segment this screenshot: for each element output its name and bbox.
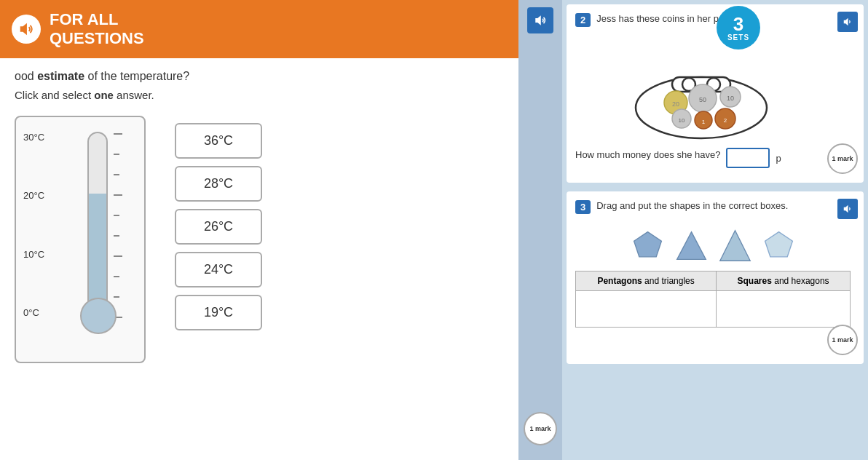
thermometer-box: 30°C 20°C 10°C 0°C bbox=[15, 116, 146, 363]
speaker-icon-q2 bbox=[843, 17, 853, 27]
q3-number: 3 bbox=[575, 200, 591, 214]
tick bbox=[114, 235, 119, 237]
svg-text:50: 50 bbox=[699, 96, 706, 103]
answer-btn-28[interactable]: 28°C bbox=[175, 166, 262, 202]
q3-mark-label: 1 mark bbox=[832, 336, 853, 344]
tick bbox=[114, 133, 122, 135]
thermo-label-30: 30°C bbox=[23, 132, 44, 143]
q2-question: How much money does she have? bbox=[575, 149, 720, 160]
mark-circle-q1: 1 mark bbox=[524, 412, 557, 445]
thermo-label-10: 10°C bbox=[23, 249, 44, 260]
speaker-icon-q3 bbox=[843, 204, 853, 214]
for-all-label: FOR ALL bbox=[50, 10, 144, 29]
q3-label: Drag and put the shapes in the correct b… bbox=[596, 200, 788, 211]
instruction-bold: one bbox=[94, 89, 114, 101]
svg-marker-2 bbox=[844, 18, 848, 26]
thermo-ticks bbox=[114, 133, 122, 318]
tick bbox=[114, 194, 122, 196]
q3-mark-container: 1 mark bbox=[827, 325, 858, 355]
svg-text:10: 10 bbox=[727, 95, 734, 102]
svg-text:20: 20 bbox=[672, 100, 679, 108]
question-partial: ood bbox=[15, 70, 37, 82]
q3-speaker-btn[interactable] bbox=[837, 199, 858, 219]
right-strip: 1 mark bbox=[518, 0, 562, 460]
shape-triangle[interactable] bbox=[673, 227, 709, 263]
speaker-icon bbox=[18, 21, 34, 37]
q3-mark-circle: 1 mark bbox=[827, 325, 858, 355]
svg-marker-1 bbox=[535, 15, 541, 25]
instruction-text: Click and select one answer. bbox=[15, 89, 548, 101]
q2-speaker-btn[interactable] bbox=[837, 12, 858, 32]
money-input[interactable] bbox=[726, 148, 770, 168]
thermo-fill bbox=[89, 194, 106, 305]
svg-text:10: 10 bbox=[679, 117, 685, 124]
thermo-tube bbox=[87, 132, 108, 306]
svg-marker-21 bbox=[676, 231, 706, 259]
tick bbox=[114, 276, 119, 277]
svg-text:1: 1 bbox=[702, 119, 706, 125]
q2-mark-container: 1 mark bbox=[827, 143, 858, 174]
thermo-labels: 30°C 20°C 10°C 0°C bbox=[23, 132, 44, 318]
sets-number: 3 bbox=[733, 15, 743, 33]
question2-block: 2 Jess has these coins in her purse. bbox=[567, 4, 864, 183]
q3-header: 3 Drag and put the shapes in the correct… bbox=[575, 200, 851, 220]
drop-table: Pentagons and triangles Squares and hexa… bbox=[575, 271, 851, 328]
drop-zone-1[interactable] bbox=[576, 291, 717, 328]
header-text: FOR ALL QUESTIONS bbox=[50, 10, 144, 49]
speaker-icon-blue bbox=[534, 14, 547, 27]
answer-btn-19[interactable]: 19°C bbox=[175, 295, 262, 330]
header-bar: FOR ALL QUESTIONS bbox=[0, 0, 562, 58]
q2-number: 2 bbox=[575, 13, 591, 27]
tick bbox=[114, 296, 119, 298]
svg-marker-0 bbox=[20, 23, 27, 36]
purse-illustration: 20 50 10 10 1 2 bbox=[621, 39, 781, 140]
answer-options: 36°C 28°C 26°C 24°C 19°C bbox=[175, 123, 262, 330]
thermo-label-20: 20°C bbox=[23, 190, 44, 201]
drop-zone-2[interactable] bbox=[717, 291, 851, 328]
sets-label: SETS bbox=[727, 33, 749, 41]
mark-label-q1: 1 mark bbox=[529, 425, 551, 432]
shape-triangle2[interactable] bbox=[717, 227, 753, 263]
question-bold: estimate bbox=[37, 70, 84, 82]
thermometer-container: 30°C 20°C 10°C 0°C bbox=[15, 116, 146, 363]
answer-btn-26[interactable]: 26°C bbox=[175, 209, 262, 245]
thermo-bulb bbox=[80, 298, 117, 334]
pentagon-shape2 bbox=[762, 229, 795, 262]
svg-marker-23 bbox=[765, 231, 792, 256]
triangle-shape2 bbox=[719, 229, 751, 262]
question1-area: ood estimate of the temperature? Click a… bbox=[0, 58, 562, 460]
shape-pentagon1[interactable] bbox=[629, 227, 666, 263]
svg-marker-22 bbox=[719, 230, 749, 260]
pentagon-shape bbox=[631, 229, 664, 262]
questions-label: QUESTIONS bbox=[50, 29, 144, 48]
purse-area: 20 50 10 10 1 2 bbox=[575, 39, 827, 140]
money-unit: p bbox=[776, 153, 781, 164]
svg-marker-20 bbox=[634, 231, 661, 256]
col-squares-hexagons: Squares and hexagons bbox=[717, 271, 851, 291]
q2-header: 2 Jess has these coins in her purse. bbox=[575, 13, 827, 33]
answer-btn-24[interactable]: 24°C bbox=[175, 252, 262, 288]
answer-btn-36[interactable]: 36°C bbox=[175, 123, 262, 159]
q2-mark-circle: 1 mark bbox=[827, 143, 858, 174]
tick bbox=[114, 174, 119, 175]
main-content: 30°C 20°C 10°C 0°C bbox=[15, 116, 548, 448]
col-pentagons-triangles: Pentagons and triangles bbox=[576, 271, 717, 291]
question-rest: of the temperature? bbox=[84, 70, 189, 82]
money-row: How much money does she have? p bbox=[575, 148, 827, 168]
tick bbox=[114, 255, 122, 257]
speaker-icon-orange[interactable] bbox=[12, 15, 41, 44]
shapes-row bbox=[575, 227, 851, 263]
speaker-btn-blue[interactable] bbox=[527, 7, 553, 33]
q2-mark-label: 1 mark bbox=[832, 155, 853, 162]
triangle-shape bbox=[675, 229, 708, 262]
question-text: ood estimate of the temperature? bbox=[15, 70, 548, 83]
tick bbox=[114, 215, 119, 216]
svg-text:2: 2 bbox=[724, 117, 727, 124]
right-panel: 2 Jess has these coins in her purse. bbox=[562, 0, 868, 460]
sets-badge: 3 SETS bbox=[717, 6, 760, 49]
tick bbox=[114, 154, 119, 155]
thermo-label-0: 0°C bbox=[23, 307, 44, 318]
shape-pentagon2[interactable] bbox=[760, 227, 797, 263]
question3-block: 3 Drag and put the shapes in the correct… bbox=[567, 191, 864, 364]
left-panel: FOR ALL QUESTIONS 3 SETS ood estimate of… bbox=[0, 0, 562, 460]
